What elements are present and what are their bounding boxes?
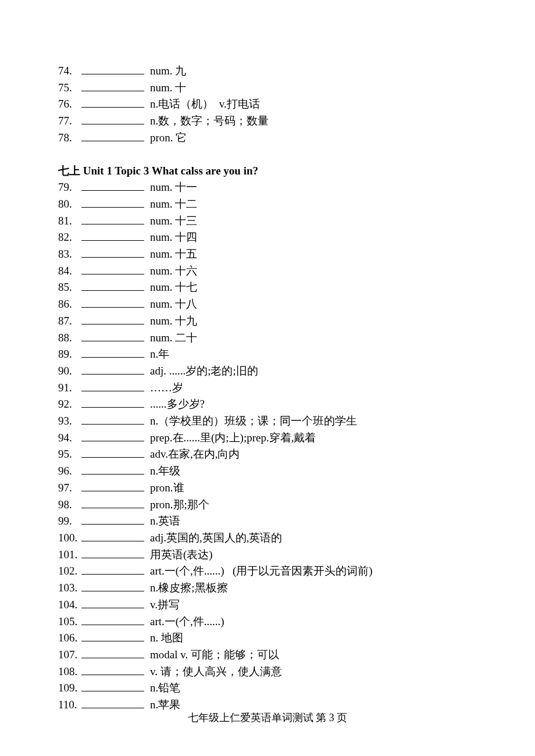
- definition-text: num. 二十: [150, 330, 197, 347]
- vocab-row: 81.num. 十三: [58, 213, 477, 230]
- definition-text: ……岁: [150, 380, 183, 397]
- vocab-row: 80.num. 十二: [58, 196, 477, 213]
- definition-text: adj. ......岁的;老的;旧的: [150, 363, 258, 380]
- fill-in-blank: [81, 113, 144, 124]
- definition-text: pron.那;那个: [150, 497, 209, 513]
- fill-in-blank: [81, 346, 144, 358]
- vocab-row: 108.v. 请；使人高兴，使人满意: [58, 664, 477, 680]
- fill-in-blank: [81, 296, 144, 308]
- fill-in-blank: [81, 279, 144, 291]
- vocab-row: 79.num. 十一: [58, 179, 477, 196]
- item-number: 85.: [58, 279, 81, 296]
- definition-text: num. 十四: [150, 229, 197, 246]
- fill-in-blank: [81, 263, 144, 274]
- item-number: 90.: [58, 363, 81, 380]
- fill-in-blank: [81, 196, 144, 208]
- fill-in-blank: [81, 413, 144, 425]
- vocab-row: 102.art.一(个,件......) (用于以元音因素开头的词前): [58, 563, 477, 580]
- item-number: 81.: [58, 213, 81, 230]
- item-number: 106.: [58, 630, 81, 647]
- definition-text: ......多少岁?: [150, 396, 205, 413]
- vocab-row: 109.n.铅笔: [58, 680, 477, 697]
- vocab-row: 98.pron.那;那个: [58, 497, 477, 513]
- definition-text: num. 十三: [150, 213, 197, 230]
- fill-in-blank: [81, 697, 144, 708]
- vocab-row: 86.num. 十八: [58, 296, 477, 313]
- vocab-row: 87.num. 十九: [58, 313, 477, 330]
- fill-in-blank: [81, 513, 144, 525]
- definition-text: n. 地图: [150, 630, 183, 647]
- definition-text: modal v. 可能；能够；可以: [150, 647, 279, 664]
- item-number: 93.: [58, 413, 81, 430]
- definition-text: n.数，数字；号码；数量: [150, 113, 269, 130]
- definition-text: n.橡皮擦;黑板擦: [150, 580, 228, 597]
- item-number: 86.: [58, 296, 81, 313]
- definition-text: num. 十六: [150, 263, 197, 280]
- vocab-row: 105.art.一(个,件......): [58, 614, 477, 630]
- fill-in-blank: [81, 363, 144, 375]
- fill-in-blank: [81, 313, 144, 324]
- definition-text: num. 十五: [150, 246, 197, 263]
- vocab-row: 103.n.橡皮擦;黑板擦: [58, 580, 477, 597]
- vocab-row: 104.v.拼写: [58, 597, 477, 614]
- item-number: 98.: [58, 497, 81, 513]
- definition-text: n.英语: [150, 513, 180, 530]
- vocab-row: 100.adj.英国的,英国人的,英语的: [58, 530, 477, 547]
- fill-in-blank: [81, 580, 144, 591]
- vocab-row: 94.prep.在......里(内;上);prep.穿着,戴着: [58, 430, 477, 447]
- vocab-row: 83.num. 十五: [58, 246, 477, 263]
- fill-in-blank: [81, 246, 144, 258]
- vocab-row: 96.n.年级: [58, 463, 477, 480]
- item-number: 105.: [58, 614, 81, 630]
- page-content: 74.num. 九75.num. 十76.n.电话（机） v.打电话77.n.数…: [0, 0, 535, 714]
- fill-in-blank: [81, 614, 144, 625]
- item-number: 92.: [58, 396, 81, 413]
- fill-in-blank: [81, 446, 144, 458]
- fill-in-blank: [81, 396, 144, 408]
- item-number: 87.: [58, 313, 81, 330]
- fill-in-blank: [81, 179, 144, 191]
- item-number: 80.: [58, 196, 81, 213]
- fill-in-blank: [81, 430, 144, 441]
- definition-text: art.一(个,件......): [150, 614, 224, 630]
- definition-text: n.电话（机） v.打电话: [150, 96, 260, 113]
- fill-in-blank: [81, 630, 144, 641]
- item-number: 78.: [58, 130, 81, 147]
- vocab-row: 93.n.（学校里的）班级；课；同一个班的学生: [58, 413, 477, 430]
- item-number: 108.: [58, 664, 81, 680]
- vocab-row: 95.adv.在家,在内,向内: [58, 446, 477, 463]
- fill-in-blank: [81, 547, 144, 558]
- definition-text: n.铅笔: [150, 680, 180, 697]
- vocab-row: 85.num. 十七: [58, 279, 477, 296]
- definition-text: num. 十: [150, 80, 186, 97]
- fill-in-blank: [81, 530, 144, 541]
- definition-text: num. 十二: [150, 196, 197, 213]
- item-number: 74.: [58, 63, 81, 80]
- definition-text: num. 十八: [150, 296, 197, 313]
- fill-in-blank: [81, 647, 144, 658]
- definition-text: 用英语(表达): [150, 547, 213, 564]
- item-number: 75.: [58, 80, 81, 97]
- item-number: 89.: [58, 346, 81, 363]
- definition-text: art.一(个,件......) (用于以元音因素开头的词前): [150, 563, 373, 580]
- vocab-row: 74.num. 九: [58, 63, 477, 80]
- definition-text: pron. 它: [150, 130, 187, 147]
- definition-text: n.年级: [150, 463, 180, 480]
- section-heading: 七上 Unit 1 Topic 3 What calss are you in?: [58, 163, 477, 180]
- definition-text: adv.在家,在内,向内: [150, 446, 240, 463]
- vocab-row: 78.pron. 它: [58, 130, 477, 147]
- item-number: 104.: [58, 597, 81, 614]
- definition-text: n.年: [150, 346, 169, 363]
- definition-text: num. 九: [150, 63, 186, 80]
- fill-in-blank: [81, 213, 144, 224]
- item-number: 95.: [58, 446, 81, 463]
- fill-in-blank: [81, 229, 144, 241]
- definition-text: num. 十九: [150, 313, 197, 330]
- vocab-row: 82.num. 十四: [58, 229, 477, 246]
- item-number: 96.: [58, 463, 81, 480]
- item-number: 102.: [58, 563, 81, 580]
- item-number: 76.: [58, 96, 81, 113]
- item-number: 79.: [58, 179, 81, 196]
- vocab-row: 101.用英语(表达): [58, 547, 477, 564]
- item-number: 97.: [58, 480, 81, 497]
